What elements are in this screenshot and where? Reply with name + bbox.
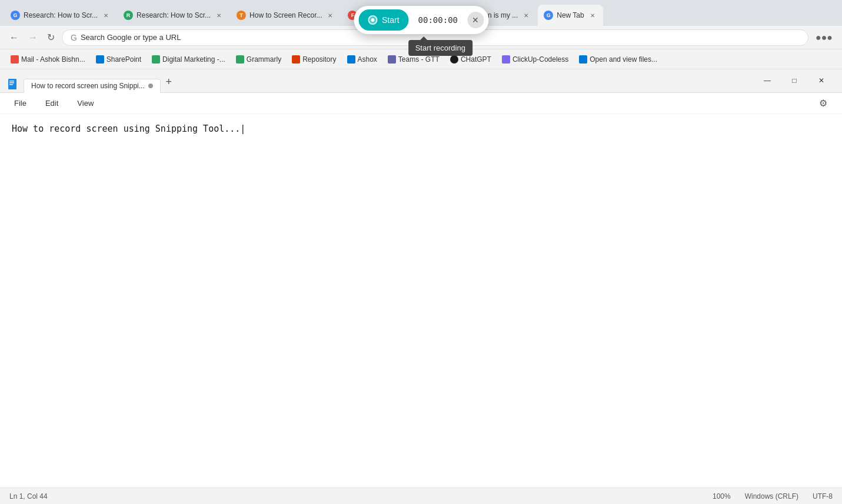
bookmark-chatgpt-label: CHatGPT [461,55,491,64]
tab3-favicon: T [237,11,246,20]
bookmark-digitalmarketing[interactable]: Digital Marketing -... [147,54,230,65]
recording-bar: Start 00:00:00 ✕ [354,6,488,34]
zoom-level: 100% [713,492,731,500]
forward-button[interactable]: → [26,30,40,45]
notepad-maximize-btn[interactable]: □ [781,71,808,90]
notepad-statusbar: Ln 1, Col 44 100% Windows (CRLF) UTF-8 [0,488,842,504]
refresh-button[interactable]: ↻ [45,29,57,45]
bookmark-teams-label: Teams - GTT [398,55,440,64]
tab2-close[interactable]: ✕ [214,11,224,20]
browser-tab-2[interactable]: R Research: How to Scr... ✕ [118,5,229,26]
browser-tab-3[interactable]: T How to Screen Recor... ✕ [231,5,341,26]
bookmark-grammarly-icon [236,55,244,64]
back-button[interactable]: ← [7,30,21,45]
bookmark-repo-icon [292,55,300,64]
bookmark-digital-label: Digital Marketing -... [162,55,225,64]
record-inner-dot [371,18,374,22]
tab6-favicon: G [544,11,553,20]
google-icon: G [71,33,77,42]
notepad-minimize-btn[interactable]: — [754,71,781,90]
notepad-unsaved-dot [148,84,153,88]
notepad-window-controls: — □ ✕ [754,71,835,90]
tab1-favicon: G [11,11,20,20]
notepad-editor[interactable]: How to record screen using Snipping Tool… [0,114,842,488]
bookmark-mail-label: Mail - Ashok Bishn... [21,55,85,64]
notepad-menubar: File Edit View ⚙ [0,93,842,114]
bookmark-clickup-icon [502,55,510,64]
record-circle-icon [368,15,377,25]
tab2-label: Research: How to Scr... [137,11,211,19]
tab5-close[interactable]: ✕ [521,11,531,20]
address-text: Search Google or type a URL [81,33,181,42]
line-ending: Windows (CRLF) [745,492,798,500]
bookmark-repository[interactable]: Repository [287,54,341,65]
start-recording-tooltip: Start recording [408,40,472,56]
recording-close-button[interactable]: ✕ [467,12,484,28]
tab6-label: New Tab [557,11,584,19]
bookmark-sharepoint-icon [96,55,104,64]
bookmark-openview-icon [579,55,587,64]
encoding: UTF-8 [813,492,833,500]
notepad-content: How to record screen using Snipping Tool… [12,124,245,134]
tab2-favicon: R [124,11,133,20]
start-label: Start [382,15,400,25]
bookmark-digital-icon [152,55,160,64]
view-menu[interactable]: View [72,96,98,110]
svg-rect-2 [9,82,14,84]
bookmark-ashox-icon [347,55,355,64]
bookmark-openview-label: Open and view files... [590,55,657,64]
notepad-app-icon [7,78,19,90]
bookmark-sharepoint[interactable]: SharePoint [91,54,146,65]
start-recording-button[interactable]: Start [358,9,409,31]
bookmark-mail-icon [11,55,19,64]
status-right: 100% Windows (CRLF) UTF-8 [713,492,833,500]
bookmark-mail[interactable]: Mail - Ashok Bishn... [6,54,90,65]
bookmark-chatgpt-icon [450,55,458,64]
tab6-close[interactable]: ✕ [588,11,597,20]
file-menu[interactable]: File [9,96,31,110]
bookmark-clickup-label: ClickUp-Codeless [512,55,568,64]
notepad-tab[interactable]: How to record screen using Snippi... [24,79,161,93]
recording-timer: 00:00:00 [414,15,462,25]
bookmark-teams-icon [388,55,396,64]
extensions-button[interactable]: ●●● [813,30,835,45]
settings-gear-icon[interactable]: ⚙ [814,94,833,113]
bookmark-openview[interactable]: Open and view files... [574,54,662,65]
bookmark-sharepoint-label: SharePoint [107,55,141,64]
bookmark-ashox-label: Ashox [358,55,377,64]
cursor-position: Ln 1, Col 44 [9,492,713,500]
bookmark-ashox[interactable]: Ashox [342,54,382,65]
svg-rect-3 [9,84,13,85]
browser-tab-1[interactable]: G Research: How to Scr... ✕ [5,5,117,26]
notepad-tab-label: How to record screen using Snippi... [31,82,145,90]
tab3-close[interactable]: ✕ [325,11,335,20]
edit-menu[interactable]: Edit [41,96,63,110]
notepad-new-tab-btn[interactable]: + [161,74,177,90]
tab3-label: How to Screen Recor... [249,11,322,19]
svg-rect-1 [9,81,14,82]
bookmark-repo-label: Repository [302,55,336,64]
bookmark-clickup[interactable]: ClickUp-Codeless [497,54,573,65]
browser-tab-6[interactable]: G New Tab ✕ [538,5,603,26]
notepad-close-btn[interactable]: ✕ [808,71,835,90]
tab1-label: Research: How to Scr... [24,11,98,19]
notepad-window: How to record screen using Snippi... + —… [0,69,842,504]
bookmark-grammarly-label: Grammarly [247,55,281,64]
tab1-close[interactable]: ✕ [101,11,111,20]
tooltip-text: Start recording [415,44,465,52]
bookmark-grammarly[interactable]: Grammarly [231,54,286,65]
